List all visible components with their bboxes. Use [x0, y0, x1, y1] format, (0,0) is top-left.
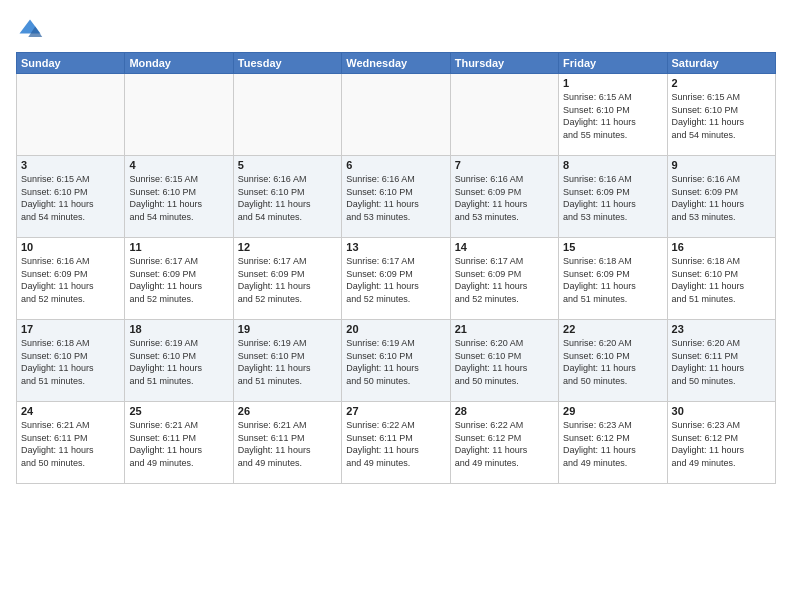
day-info-13: Sunrise: 6:17 AM Sunset: 6:09 PM Dayligh…: [346, 255, 445, 305]
day-info-2: Sunrise: 6:15 AM Sunset: 6:10 PM Dayligh…: [672, 91, 771, 141]
day-cell-3: 3Sunrise: 6:15 AM Sunset: 6:10 PM Daylig…: [17, 156, 125, 238]
day-info-10: Sunrise: 6:16 AM Sunset: 6:09 PM Dayligh…: [21, 255, 120, 305]
day-info-16: Sunrise: 6:18 AM Sunset: 6:10 PM Dayligh…: [672, 255, 771, 305]
day-cell-1: 1Sunrise: 6:15 AM Sunset: 6:10 PM Daylig…: [559, 74, 667, 156]
day-number-18: 18: [129, 323, 228, 335]
day-number-24: 24: [21, 405, 120, 417]
day-info-28: Sunrise: 6:22 AM Sunset: 6:12 PM Dayligh…: [455, 419, 554, 469]
day-number-15: 15: [563, 241, 662, 253]
day-info-20: Sunrise: 6:19 AM Sunset: 6:10 PM Dayligh…: [346, 337, 445, 387]
weekday-header-thursday: Thursday: [450, 53, 558, 74]
day-info-27: Sunrise: 6:22 AM Sunset: 6:11 PM Dayligh…: [346, 419, 445, 469]
day-cell-17: 17Sunrise: 6:18 AM Sunset: 6:10 PM Dayli…: [17, 320, 125, 402]
day-cell-25: 25Sunrise: 6:21 AM Sunset: 6:11 PM Dayli…: [125, 402, 233, 484]
day-cell-13: 13Sunrise: 6:17 AM Sunset: 6:09 PM Dayli…: [342, 238, 450, 320]
day-info-3: Sunrise: 6:15 AM Sunset: 6:10 PM Dayligh…: [21, 173, 120, 223]
day-info-19: Sunrise: 6:19 AM Sunset: 6:10 PM Dayligh…: [238, 337, 337, 387]
day-cell-12: 12Sunrise: 6:17 AM Sunset: 6:09 PM Dayli…: [233, 238, 341, 320]
day-cell-20: 20Sunrise: 6:19 AM Sunset: 6:10 PM Dayli…: [342, 320, 450, 402]
day-number-16: 16: [672, 241, 771, 253]
day-number-12: 12: [238, 241, 337, 253]
day-cell-24: 24Sunrise: 6:21 AM Sunset: 6:11 PM Dayli…: [17, 402, 125, 484]
weekday-header-row: SundayMondayTuesdayWednesdayThursdayFrid…: [17, 53, 776, 74]
logo-icon: [16, 16, 44, 44]
day-cell-2: 2Sunrise: 6:15 AM Sunset: 6:10 PM Daylig…: [667, 74, 775, 156]
day-info-25: Sunrise: 6:21 AM Sunset: 6:11 PM Dayligh…: [129, 419, 228, 469]
day-number-19: 19: [238, 323, 337, 335]
day-cell-16: 16Sunrise: 6:18 AM Sunset: 6:10 PM Dayli…: [667, 238, 775, 320]
day-number-7: 7: [455, 159, 554, 171]
day-info-11: Sunrise: 6:17 AM Sunset: 6:09 PM Dayligh…: [129, 255, 228, 305]
day-info-18: Sunrise: 6:19 AM Sunset: 6:10 PM Dayligh…: [129, 337, 228, 387]
day-number-5: 5: [238, 159, 337, 171]
page: SundayMondayTuesdayWednesdayThursdayFrid…: [0, 0, 792, 612]
empty-cell: [450, 74, 558, 156]
calendar: SundayMondayTuesdayWednesdayThursdayFrid…: [16, 52, 776, 484]
day-number-13: 13: [346, 241, 445, 253]
day-number-30: 30: [672, 405, 771, 417]
day-cell-5: 5Sunrise: 6:16 AM Sunset: 6:10 PM Daylig…: [233, 156, 341, 238]
week-row-1: 1Sunrise: 6:15 AM Sunset: 6:10 PM Daylig…: [17, 74, 776, 156]
empty-cell: [125, 74, 233, 156]
day-cell-8: 8Sunrise: 6:16 AM Sunset: 6:09 PM Daylig…: [559, 156, 667, 238]
empty-cell: [17, 74, 125, 156]
day-info-15: Sunrise: 6:18 AM Sunset: 6:09 PM Dayligh…: [563, 255, 662, 305]
empty-cell: [233, 74, 341, 156]
day-info-8: Sunrise: 6:16 AM Sunset: 6:09 PM Dayligh…: [563, 173, 662, 223]
day-number-25: 25: [129, 405, 228, 417]
weekday-header-sunday: Sunday: [17, 53, 125, 74]
weekday-header-tuesday: Tuesday: [233, 53, 341, 74]
day-number-10: 10: [21, 241, 120, 253]
day-cell-28: 28Sunrise: 6:22 AM Sunset: 6:12 PM Dayli…: [450, 402, 558, 484]
day-info-26: Sunrise: 6:21 AM Sunset: 6:11 PM Dayligh…: [238, 419, 337, 469]
day-number-4: 4: [129, 159, 228, 171]
weekday-header-saturday: Saturday: [667, 53, 775, 74]
weekday-header-monday: Monday: [125, 53, 233, 74]
day-number-11: 11: [129, 241, 228, 253]
day-info-9: Sunrise: 6:16 AM Sunset: 6:09 PM Dayligh…: [672, 173, 771, 223]
logo: [16, 16, 48, 44]
weekday-header-wednesday: Wednesday: [342, 53, 450, 74]
day-cell-11: 11Sunrise: 6:17 AM Sunset: 6:09 PM Dayli…: [125, 238, 233, 320]
day-cell-7: 7Sunrise: 6:16 AM Sunset: 6:09 PM Daylig…: [450, 156, 558, 238]
day-cell-14: 14Sunrise: 6:17 AM Sunset: 6:09 PM Dayli…: [450, 238, 558, 320]
day-number-17: 17: [21, 323, 120, 335]
day-cell-27: 27Sunrise: 6:22 AM Sunset: 6:11 PM Dayli…: [342, 402, 450, 484]
day-info-30: Sunrise: 6:23 AM Sunset: 6:12 PM Dayligh…: [672, 419, 771, 469]
day-number-29: 29: [563, 405, 662, 417]
week-row-4: 17Sunrise: 6:18 AM Sunset: 6:10 PM Dayli…: [17, 320, 776, 402]
day-info-12: Sunrise: 6:17 AM Sunset: 6:09 PM Dayligh…: [238, 255, 337, 305]
day-number-14: 14: [455, 241, 554, 253]
day-info-22: Sunrise: 6:20 AM Sunset: 6:10 PM Dayligh…: [563, 337, 662, 387]
day-number-27: 27: [346, 405, 445, 417]
day-cell-9: 9Sunrise: 6:16 AM Sunset: 6:09 PM Daylig…: [667, 156, 775, 238]
day-number-23: 23: [672, 323, 771, 335]
day-number-22: 22: [563, 323, 662, 335]
day-cell-23: 23Sunrise: 6:20 AM Sunset: 6:11 PM Dayli…: [667, 320, 775, 402]
day-cell-6: 6Sunrise: 6:16 AM Sunset: 6:10 PM Daylig…: [342, 156, 450, 238]
day-cell-26: 26Sunrise: 6:21 AM Sunset: 6:11 PM Dayli…: [233, 402, 341, 484]
day-info-4: Sunrise: 6:15 AM Sunset: 6:10 PM Dayligh…: [129, 173, 228, 223]
day-number-26: 26: [238, 405, 337, 417]
day-info-14: Sunrise: 6:17 AM Sunset: 6:09 PM Dayligh…: [455, 255, 554, 305]
day-info-1: Sunrise: 6:15 AM Sunset: 6:10 PM Dayligh…: [563, 91, 662, 141]
day-info-7: Sunrise: 6:16 AM Sunset: 6:09 PM Dayligh…: [455, 173, 554, 223]
day-number-3: 3: [21, 159, 120, 171]
day-number-21: 21: [455, 323, 554, 335]
header: [16, 16, 776, 44]
day-number-2: 2: [672, 77, 771, 89]
day-cell-22: 22Sunrise: 6:20 AM Sunset: 6:10 PM Dayli…: [559, 320, 667, 402]
day-info-6: Sunrise: 6:16 AM Sunset: 6:10 PM Dayligh…: [346, 173, 445, 223]
week-row-3: 10Sunrise: 6:16 AM Sunset: 6:09 PM Dayli…: [17, 238, 776, 320]
weekday-header-friday: Friday: [559, 53, 667, 74]
day-info-5: Sunrise: 6:16 AM Sunset: 6:10 PM Dayligh…: [238, 173, 337, 223]
day-info-24: Sunrise: 6:21 AM Sunset: 6:11 PM Dayligh…: [21, 419, 120, 469]
day-number-20: 20: [346, 323, 445, 335]
day-number-8: 8: [563, 159, 662, 171]
day-cell-19: 19Sunrise: 6:19 AM Sunset: 6:10 PM Dayli…: [233, 320, 341, 402]
empty-cell: [342, 74, 450, 156]
week-row-2: 3Sunrise: 6:15 AM Sunset: 6:10 PM Daylig…: [17, 156, 776, 238]
day-number-6: 6: [346, 159, 445, 171]
day-cell-18: 18Sunrise: 6:19 AM Sunset: 6:10 PM Dayli…: [125, 320, 233, 402]
day-info-23: Sunrise: 6:20 AM Sunset: 6:11 PM Dayligh…: [672, 337, 771, 387]
